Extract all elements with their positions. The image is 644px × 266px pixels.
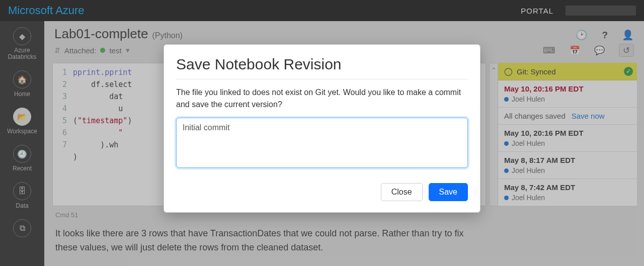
- modal-title: Save Notebook Revision: [176, 56, 468, 73]
- close-button[interactable]: Close: [381, 183, 423, 201]
- commit-message-input[interactable]: [176, 118, 468, 168]
- divider: [176, 79, 468, 79]
- modal-overlay[interactable]: Save Notebook Revision The file you link…: [0, 0, 644, 266]
- save-button[interactable]: Save: [429, 183, 468, 201]
- save-revision-dialog: Save Notebook Revision The file you link…: [164, 44, 480, 213]
- modal-message: The file you linked to does not exist on…: [176, 86, 468, 111]
